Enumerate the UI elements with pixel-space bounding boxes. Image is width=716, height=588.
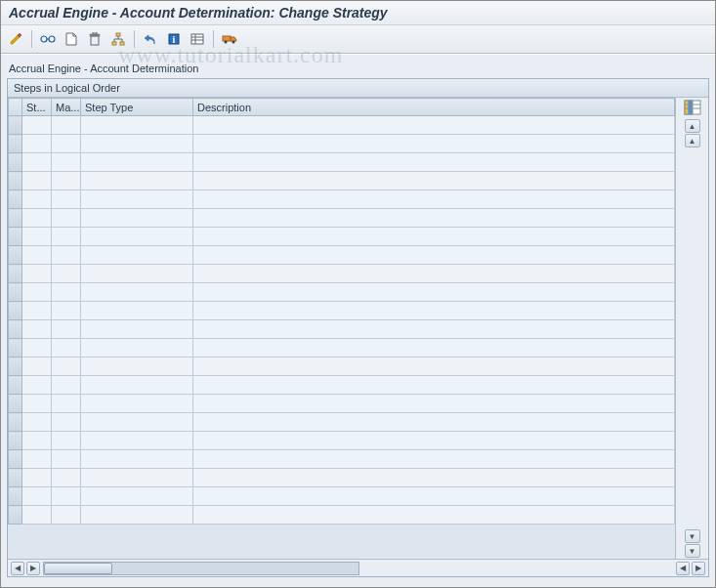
scroll-down-button-2[interactable]: ▼ xyxy=(685,544,700,558)
row-selector[interactable] xyxy=(9,487,22,506)
table-cell[interactable] xyxy=(193,413,675,432)
table-cell[interactable] xyxy=(22,246,52,265)
transport-button[interactable] xyxy=(219,28,240,50)
scroll-down-button[interactable]: ▼ xyxy=(685,529,700,543)
table-row[interactable] xyxy=(9,246,675,265)
table-cell[interactable] xyxy=(193,135,675,153)
column-header-selector[interactable] xyxy=(9,99,22,116)
scroll-up-button[interactable]: ▲ xyxy=(685,119,700,133)
table-row[interactable] xyxy=(9,172,675,190)
table-row[interactable] xyxy=(9,357,675,376)
table-row[interactable] xyxy=(9,153,675,172)
row-selector[interactable] xyxy=(9,320,22,339)
row-selector[interactable] xyxy=(9,283,22,302)
table-cell[interactable] xyxy=(81,228,193,246)
table-row[interactable] xyxy=(9,432,675,450)
table-cell[interactable] xyxy=(193,153,675,172)
table-cell[interactable] xyxy=(193,116,675,135)
table-settings-icon[interactable] xyxy=(684,100,701,115)
table-cell[interactable] xyxy=(52,283,81,302)
table-cell[interactable] xyxy=(193,487,675,506)
table-row[interactable] xyxy=(9,487,675,506)
table-cell[interactable] xyxy=(193,469,675,487)
table-cell[interactable] xyxy=(81,246,193,265)
table-cell[interactable] xyxy=(52,190,81,209)
hscroll-thumb[interactable] xyxy=(44,563,112,574)
table-cell[interactable] xyxy=(22,432,52,450)
table-row[interactable] xyxy=(9,450,675,469)
table-cell[interactable] xyxy=(193,209,675,228)
table-cell[interactable] xyxy=(52,450,81,469)
table-cell[interactable] xyxy=(22,506,52,525)
row-selector[interactable] xyxy=(9,228,22,246)
table-cell[interactable] xyxy=(81,302,193,320)
hscroll-left-step-button[interactable]: ▶ xyxy=(26,562,40,575)
row-selector[interactable] xyxy=(9,376,22,395)
table-cell[interactable] xyxy=(22,190,52,209)
display-button[interactable] xyxy=(37,28,59,50)
table-row[interactable] xyxy=(9,302,675,320)
scroll-up-button-2[interactable]: ▲ xyxy=(685,134,700,147)
table-row[interactable] xyxy=(9,190,675,209)
table-row[interactable] xyxy=(9,469,675,487)
table-cell[interactable] xyxy=(81,469,193,487)
table-cell[interactable] xyxy=(52,395,81,413)
table-cell[interactable] xyxy=(52,376,81,395)
table-cell[interactable] xyxy=(81,413,193,432)
table-cell[interactable] xyxy=(81,432,193,450)
steps-table[interactable]: St... Ma... Step Type Description xyxy=(8,98,675,525)
row-selector[interactable] xyxy=(9,135,22,153)
where-used-button[interactable] xyxy=(107,28,129,50)
table-cell[interactable] xyxy=(81,283,193,302)
create-button[interactable] xyxy=(61,28,82,50)
row-selector[interactable] xyxy=(9,265,22,283)
table-cell[interactable] xyxy=(81,487,193,506)
table-cell[interactable] xyxy=(22,135,52,153)
table-cell[interactable] xyxy=(193,246,675,265)
table-cell[interactable] xyxy=(193,432,675,450)
table-cell[interactable] xyxy=(52,469,81,487)
overview-button[interactable] xyxy=(187,28,208,50)
hscroll-right-button[interactable]: ▶ xyxy=(692,562,705,575)
table-row[interactable] xyxy=(9,283,675,302)
table-cell[interactable] xyxy=(193,395,675,413)
table-cell[interactable] xyxy=(193,320,675,339)
table-cell[interactable] xyxy=(193,302,675,320)
table-row[interactable] xyxy=(9,506,675,525)
column-header-description[interactable]: Description xyxy=(193,99,675,116)
table-cell[interactable] xyxy=(22,339,52,357)
table-cell[interactable] xyxy=(52,172,81,190)
table-cell[interactable] xyxy=(22,283,52,302)
table-cell[interactable] xyxy=(52,153,81,172)
column-header-step[interactable]: St... xyxy=(22,99,52,116)
table-cell[interactable] xyxy=(52,320,81,339)
table-cell[interactable] xyxy=(81,357,193,376)
table-cell[interactable] xyxy=(52,487,81,506)
row-selector[interactable] xyxy=(9,450,22,469)
table-cell[interactable] xyxy=(52,432,81,450)
table-cell[interactable] xyxy=(193,450,675,469)
table-cell[interactable] xyxy=(22,469,52,487)
table-cell[interactable] xyxy=(22,153,52,172)
table-cell[interactable] xyxy=(52,302,81,320)
info-button[interactable]: i xyxy=(163,28,185,50)
table-cell[interactable] xyxy=(193,376,675,395)
table-cell[interactable] xyxy=(22,172,52,190)
table-cell[interactable] xyxy=(52,357,81,376)
table-cell[interactable] xyxy=(52,209,81,228)
table-cell[interactable] xyxy=(22,265,52,283)
table-cell[interactable] xyxy=(52,116,81,135)
table-cell[interactable] xyxy=(81,135,193,153)
table-cell[interactable] xyxy=(22,376,52,395)
table-cell[interactable] xyxy=(22,302,52,320)
table-cell[interactable] xyxy=(193,283,675,302)
row-selector[interactable] xyxy=(9,395,22,413)
row-selector[interactable] xyxy=(9,172,22,190)
edit-button[interactable] xyxy=(5,28,26,50)
table-row[interactable] xyxy=(9,320,675,339)
delete-button[interactable] xyxy=(84,28,105,50)
column-header-mandatory[interactable]: Ma... xyxy=(52,99,81,116)
row-selector[interactable] xyxy=(9,506,22,525)
table-cell[interactable] xyxy=(81,153,193,172)
column-header-step-type[interactable]: Step Type xyxy=(81,99,193,116)
